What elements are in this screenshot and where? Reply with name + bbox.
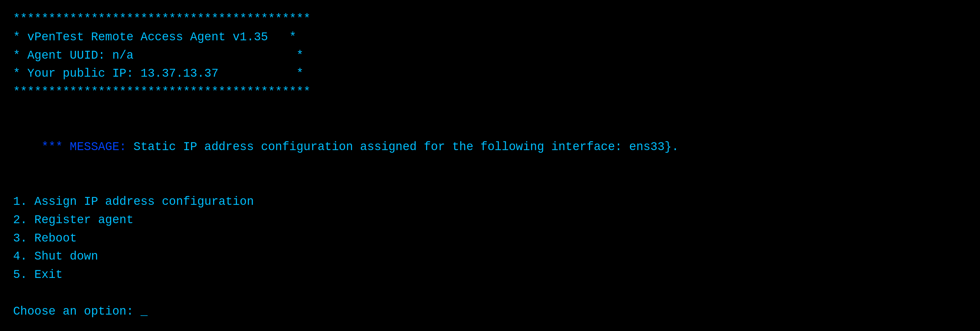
message-label: *** MESSAGE: — [41, 140, 126, 154]
menu-item-2: 2. Register agent — [13, 211, 967, 229]
blank-1 — [13, 101, 967, 119]
message-text: Static IP address configuration assigned… — [127, 140, 679, 154]
menu-item-5: 5. Exit — [13, 266, 967, 284]
header-border-bottom: ****************************************… — [13, 83, 967, 101]
menu-item-4: 4. Shut down — [13, 247, 967, 266]
menu-item-3: 3. Reboot — [13, 229, 967, 248]
prompt-line[interactable]: Choose an option: _ — [13, 302, 967, 321]
menu-item-1: 1. Assign IP address configuration — [13, 193, 967, 211]
blank-3 — [13, 284, 967, 302]
message-line: *** MESSAGE: Static IP address configura… — [13, 119, 967, 174]
header-border-top: ****************************************… — [13, 10, 967, 28]
header-uuid-line: * Agent UUID: n/a * — [13, 46, 967, 65]
blank-2 — [13, 174, 967, 193]
terminal-window: ****************************************… — [13, 10, 967, 321]
header-ip-line: * Your public IP: 13.37.13.37 * — [13, 65, 967, 83]
header-title-line: * vPenTest Remote Access Agent v1.35 * — [13, 28, 967, 46]
